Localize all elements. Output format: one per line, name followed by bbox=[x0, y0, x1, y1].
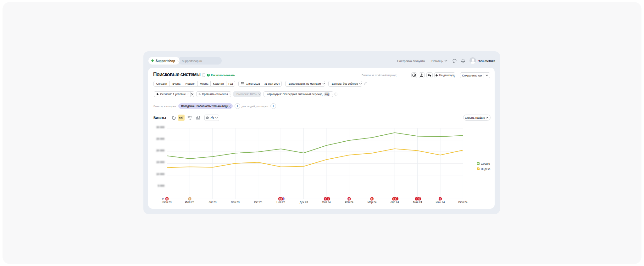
svg-text:н: н bbox=[440, 198, 441, 200]
svg-text:н: н bbox=[371, 198, 373, 200]
svg-text:н: н bbox=[325, 198, 326, 200]
svg-text:н: н bbox=[416, 198, 417, 200]
svg-text:н: н bbox=[348, 198, 350, 200]
svg-text:н: н bbox=[393, 198, 394, 200]
svg-text:н: н bbox=[166, 198, 168, 200]
svg-text:н: н bbox=[279, 198, 280, 200]
svg-text:н: н bbox=[189, 198, 190, 200]
